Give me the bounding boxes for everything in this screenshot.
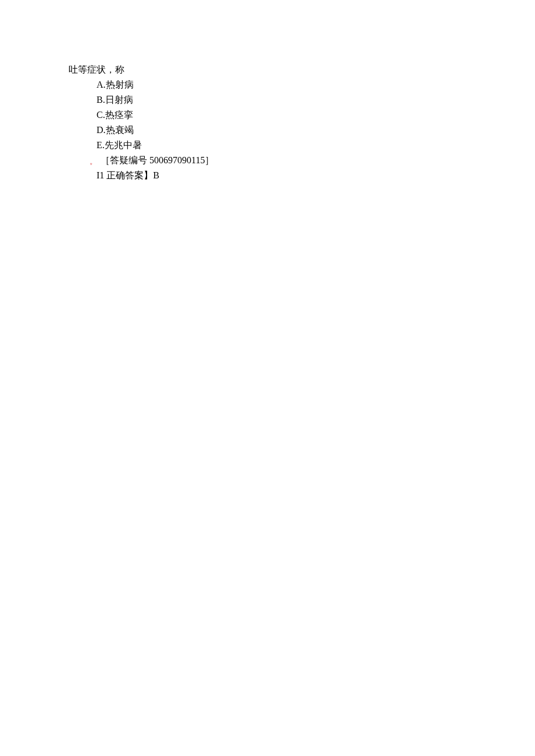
option-e-text: E.先兆中暑 — [97, 140, 142, 150]
note-marker: 。 — [90, 157, 97, 166]
option-c-text: C.热痉挛 — [97, 110, 133, 120]
answer-text: I1 正确答案】B — [97, 170, 159, 180]
intro-text: 吐等症状，称 — [69, 65, 124, 74]
note-line: 。 ［答疑编号 500697090115］ — [69, 153, 535, 167]
option-e-line: E.先兆中暑 — [69, 138, 535, 152]
question-intro: 吐等症状，称 — [69, 63, 535, 77]
answer-line: I1 正确答案】B — [69, 169, 535, 182]
option-b-text: B.日射病 — [97, 95, 133, 105]
option-a-line: A.热射病 — [69, 78, 535, 92]
option-c-line: C.热痉挛 — [69, 108, 535, 122]
option-d-line: D.热衰竭 — [69, 123, 535, 137]
option-d-text: D.热衰竭 — [97, 125, 134, 135]
option-a-text: A.热射病 — [97, 80, 134, 89]
note-text: ［答疑编号 500697090115］ — [101, 155, 214, 165]
option-b-line: B.日射病 — [69, 93, 535, 107]
